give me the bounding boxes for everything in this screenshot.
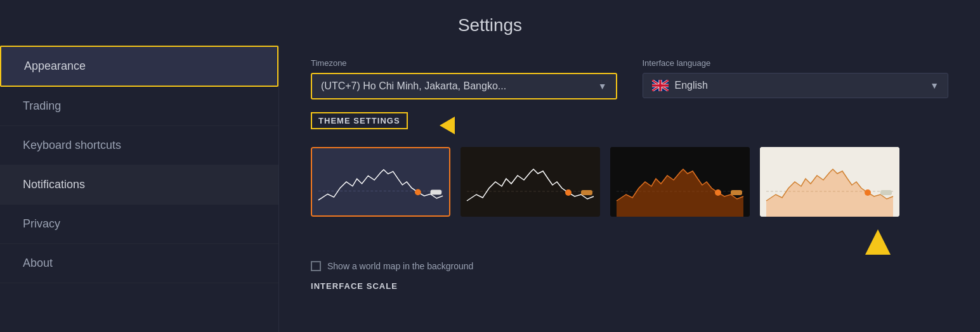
svg-point-3 [415, 189, 421, 196]
sidebar-item-label: Keyboard shortcuts [23, 139, 121, 151]
svg-rect-5 [461, 147, 600, 217]
sidebar-item-label: Trading [23, 99, 61, 112]
sidebar-item-label: Privacy [23, 217, 60, 230]
up-arrow-icon [865, 228, 891, 256]
svg-point-7 [565, 189, 572, 196]
language-value: English [675, 80, 708, 91]
world-map-label: Show a world map in the background [327, 261, 473, 271]
svg-rect-13 [731, 190, 742, 195]
theme-card-black-orange[interactable] [610, 147, 750, 217]
theme-settings-label: THEME SETTINGS [311, 112, 408, 129]
svg-point-17 [865, 189, 871, 196]
page-title: Settings [0, 0, 980, 46]
chevron-down-icon: ▼ [930, 80, 939, 91]
timezone-select[interactable]: (UTC+7) Ho Chi Minh, Jakarta, Bangko... … [311, 73, 617, 99]
settings-content: Timezone (UTC+7) Ho Chi Minh, Jakarta, B… [279, 46, 980, 332]
theme-cards-section [311, 147, 948, 256]
sidebar-item-trading[interactable]: Trading [0, 87, 278, 126]
sidebar-item-notifications[interactable]: Notifications [0, 165, 278, 205]
timezone-group: Timezone (UTC+7) Ho Chi Minh, Jakarta, B… [311, 58, 617, 99]
sidebar-item-label: Appearance [24, 60, 86, 72]
uk-flag-icon [652, 80, 669, 91]
sidebar-item-keyboard-shortcuts[interactable]: Keyboard shortcuts [0, 126, 278, 165]
sidebar-item-label: About [23, 257, 53, 269]
up-arrow-container [311, 228, 948, 256]
chevron-down-icon: ▼ [598, 81, 607, 91]
svg-rect-18 [880, 190, 892, 195]
timezone-value: (UTC+7) Ho Chi Minh, Jakarta, Bangko... [321, 80, 506, 92]
theme-settings-header: THEME SETTINGS [311, 112, 948, 138]
timezone-label: Timezone [311, 58, 617, 68]
svg-point-12 [715, 189, 721, 196]
theme-preview-light [760, 147, 899, 217]
theme-preview-black-orange [610, 147, 750, 217]
sidebar-item-appearance[interactable]: Appearance [0, 46, 278, 87]
theme-card-dark-brown[interactable] [461, 147, 600, 217]
language-label: Interface language [643, 58, 949, 68]
language-select[interactable]: English ▼ [643, 73, 949, 98]
world-map-checkbox[interactable] [311, 261, 321, 271]
arrow-left-icon [423, 117, 455, 134]
theme-card-dark-blue[interactable] [311, 147, 450, 217]
svg-rect-8 [581, 190, 592, 195]
sidebar-item-about[interactable]: About [0, 244, 278, 283]
sidebar-item-privacy[interactable]: Privacy [0, 205, 278, 244]
theme-card-light[interactable] [760, 147, 899, 217]
svg-rect-1 [312, 148, 449, 215]
theme-preview-dark [312, 148, 449, 215]
theme-preview-dark-brown [461, 147, 600, 217]
svg-marker-19 [865, 229, 891, 255]
sidebar: Appearance Trading Keyboard shortcuts No… [0, 46, 279, 332]
language-group: Interface language English ▼ [643, 58, 949, 99]
interface-scale-label: INTERFACE SCALE [311, 281, 948, 291]
sidebar-item-label: Notifications [23, 178, 85, 191]
theme-cards [311, 147, 948, 217]
world-map-checkbox-row: Show a world map in the background [311, 261, 948, 271]
svg-rect-4 [431, 190, 442, 195]
